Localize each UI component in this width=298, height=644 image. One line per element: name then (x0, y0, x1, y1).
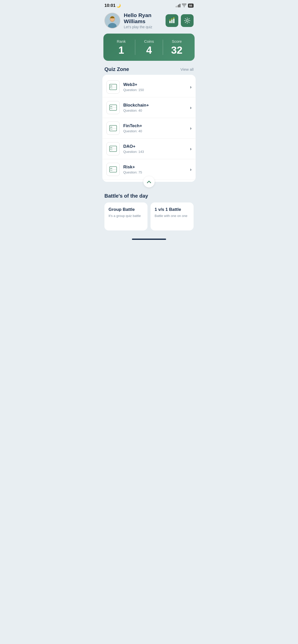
svg-point-10 (186, 20, 188, 22)
group-battle-desc: It's a group quiz battle (109, 214, 143, 218)
collapse-button[interactable] (143, 176, 155, 187)
stats-card: Rank 1 Coins 4 Score 32 (103, 34, 195, 61)
one-vs-one-battle-card[interactable]: 1 v/s 1 Battle Battle with one on one (151, 202, 194, 230)
quiz-arrow-fintech: › (190, 126, 192, 131)
header-greeting: Hello Ryan Williams (124, 12, 162, 24)
header-buttons (166, 14, 194, 27)
quiz-name-web3: Web3+ (123, 82, 186, 87)
battery-icon: 66 (188, 4, 194, 8)
svg-text:Prep: Prep (110, 128, 112, 130)
home-bar (132, 239, 166, 240)
svg-rect-22 (110, 128, 117, 128)
coins-value: 4 (146, 45, 152, 55)
rank-label: Rank (117, 39, 126, 43)
svg-rect-30 (110, 169, 117, 170)
svg-text:Prep: Prep (110, 108, 112, 109)
header-text: Hello Ryan Williams Let's play the quiz (124, 12, 162, 29)
quiz-logo-fintech: W3 Prep (106, 122, 120, 135)
quiz-questions-risk: Question: 75 (123, 170, 186, 174)
svg-text:W3: W3 (110, 106, 112, 107)
quiz-zone-header: Quiz Zone View all (99, 65, 199, 75)
quiz-arrow-web3: › (190, 84, 192, 90)
quiz-arrow-dao: › (190, 146, 192, 152)
rank-value: 1 (118, 45, 124, 55)
coins-label: Coins (144, 39, 154, 43)
svg-rect-18 (110, 108, 117, 108)
quiz-name-dao: DAO+ (123, 144, 186, 149)
quiz-name-risk: Risk+ (123, 165, 186, 170)
battles-title: Battle's of the day (104, 193, 194, 199)
score-stat: Score 32 (163, 39, 191, 55)
quiz-info-web3: Web3+ Question: 150 (123, 82, 186, 92)
svg-text:W3: W3 (110, 126, 112, 128)
status-time: 10:01 (104, 3, 115, 8)
quiz-info-risk: Risk+ Question: 75 (123, 165, 186, 174)
one-vs-one-desc: Battle with one on one (155, 214, 189, 218)
quiz-arrow-blockchain: › (190, 105, 192, 110)
score-label: Score (172, 39, 182, 43)
settings-button[interactable] (181, 14, 194, 27)
quiz-logo-blockchain: W3 Prep (106, 101, 120, 114)
quiz-item-web3[interactable]: W3 Prep Web3+ Question: 150 › (102, 77, 196, 97)
svg-text:W3: W3 (110, 168, 112, 169)
svg-text:W3: W3 (110, 85, 112, 87)
svg-text:Prep: Prep (110, 87, 112, 89)
quiz-item-blockchain[interactable]: W3 Prep Blockchain+ Question: 40 › (102, 97, 196, 118)
one-vs-one-title: 1 v/s 1 Battle (155, 207, 189, 212)
signal-icon (176, 4, 180, 7)
quiz-list: W3 Prep Web3+ Question: 150 › W3 Prep Bl… (102, 75, 196, 182)
status-icons: 66 (176, 4, 194, 8)
svg-rect-4 (169, 21, 171, 23)
group-battle-title: Group Battle (109, 207, 143, 212)
quiz-arrow-risk: › (190, 167, 192, 172)
svg-point-8 (171, 18, 172, 19)
quiz-questions-dao: Question: 143 (123, 150, 186, 154)
battles-section: Battle's of the day Group Battle It's a … (99, 193, 199, 230)
quiz-zone-title: Quiz Zone (104, 66, 129, 72)
quiz-name-blockchain: Blockchain+ (123, 103, 186, 108)
home-indicator (99, 236, 199, 242)
group-battle-card[interactable]: Group Battle It's a group quiz battle (104, 202, 147, 230)
svg-text:W3: W3 (110, 147, 112, 149)
leaderboard-button[interactable] (166, 14, 178, 27)
moon-icon: 🌙 (116, 4, 121, 8)
quiz-questions-fintech: Question: 40 (123, 129, 186, 133)
score-value: 32 (171, 45, 183, 55)
battles-grid: Group Battle It's a group quiz battle 1 … (104, 202, 194, 230)
quiz-info-dao: DAO+ Question: 143 (123, 144, 186, 154)
header-subtitle: Let's play the quiz (124, 25, 162, 29)
coins-stat: Coins 4 (135, 39, 163, 55)
avatar (104, 13, 120, 28)
svg-rect-5 (171, 20, 173, 23)
quiz-info-blockchain: Blockchain+ Question: 40 (123, 103, 186, 112)
quiz-info-fintech: FinTech+ Question: 40 (123, 123, 186, 133)
view-all-button[interactable]: View all (181, 67, 194, 71)
status-bar: 10:01 🌙 66 (99, 0, 199, 10)
quiz-logo-risk: W3 Prep (106, 163, 120, 176)
svg-rect-6 (173, 19, 174, 23)
svg-text:Prep: Prep (110, 149, 112, 150)
svg-rect-26 (110, 149, 117, 149)
quiz-questions-blockchain: Question: 40 (123, 109, 186, 112)
svg-rect-14 (110, 87, 117, 87)
quiz-item-dao[interactable]: W3 Prep DAO+ Question: 143 › (102, 139, 196, 159)
quiz-name-fintech: FinTech+ (123, 123, 186, 128)
quiz-item-fintech[interactable]: W3 Prep FinTech+ Question: 40 › (102, 118, 196, 139)
svg-point-7 (170, 20, 171, 21)
quiz-logo-web3: W3 Prep (106, 80, 120, 94)
quiz-questions-web3: Question: 150 (123, 88, 186, 92)
svg-point-9 (173, 17, 174, 18)
rank-stat: Rank 1 (107, 39, 135, 55)
quiz-logo-dao: W3 Prep (106, 142, 120, 155)
svg-text:Prep: Prep (110, 170, 112, 171)
header: Hello Ryan Williams Let's play the quiz (99, 10, 199, 33)
wifi-icon (182, 4, 186, 8)
